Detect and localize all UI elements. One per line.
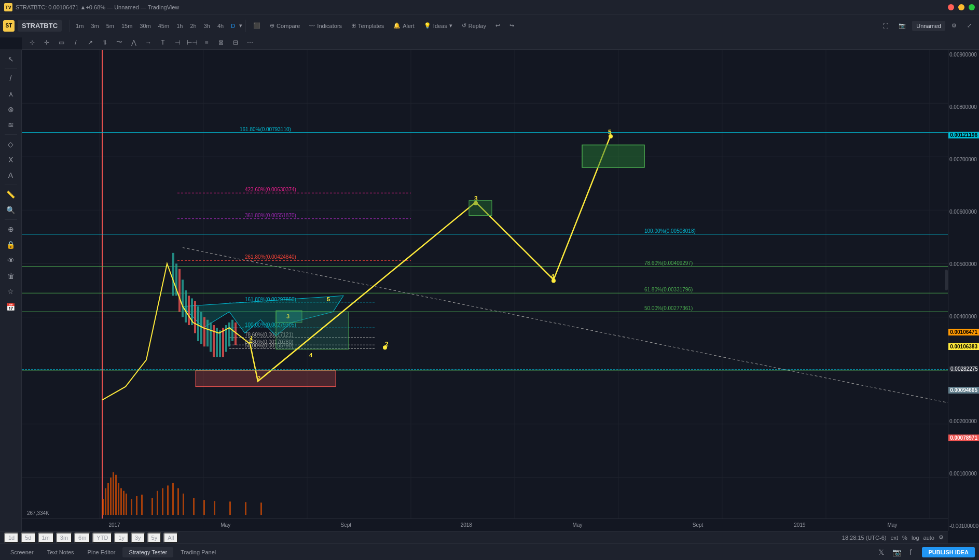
period-ytd[interactable]: YTD <box>92 533 112 543</box>
pitchfork-tool[interactable]: ⋏ <box>3 87 19 101</box>
tf-1h[interactable]: 1h <box>173 21 186 31</box>
xabcd-tool[interactable]: Ⅹ <box>3 152 19 167</box>
channel-tool[interactable]: ⥮ <box>99 37 111 48</box>
ray-tool[interactable]: ↗ <box>84 37 96 48</box>
tf-4h[interactable]: 4h <box>214 21 227 31</box>
svg-text:100.00%(0.00508018): 100.00%(0.00508018) <box>644 228 696 234</box>
period-5y[interactable]: 5y <box>147 533 162 543</box>
period-1m[interactable]: 1m <box>38 533 54 543</box>
twitter-icon[interactable]: 𝕏 <box>876 547 886 557</box>
unnamed-btn[interactable]: Unnamed <box>912 21 945 31</box>
svg-rect-54 <box>196 371 336 387</box>
tf-dropdown[interactable]: ▾ <box>239 22 242 29</box>
pointer-tool[interactable]: ↖ <box>3 52 19 66</box>
period-1y[interactable]: 1y <box>114 533 129 543</box>
gann-tool[interactable]: ⊗ <box>3 102 19 117</box>
replay-icon: ↺ <box>462 22 466 29</box>
log-toggle[interactable]: log <box>912 535 919 541</box>
tab-strategy-tester[interactable]: Strategy Tester <box>122 547 173 557</box>
eye-tool[interactable]: 👁 <box>3 253 19 268</box>
ideas-btn[interactable]: 💡 Ideas ▾ <box>420 20 457 31</box>
period-1d[interactable]: 1d <box>4 533 19 543</box>
snapshot-btn[interactable]: 📷 <box>894 20 910 31</box>
svg-rect-82 <box>157 491 158 515</box>
magnet-tool[interactable]: ⊕ <box>3 222 19 236</box>
tf-15m[interactable]: 15m <box>118 21 135 31</box>
window-controls[interactable] <box>948 4 975 10</box>
lock-tool[interactable]: 🔒 <box>3 237 19 252</box>
app-icon: TV <box>4 3 12 11</box>
tf-2h[interactable]: 2h <box>187 21 199 31</box>
pattern-tool[interactable]: ◇ <box>3 137 19 151</box>
annotation-tool[interactable]: A <box>3 168 19 183</box>
chart-type-btn[interactable]: ⬛ <box>249 20 265 31</box>
svg-rect-74 <box>118 483 119 515</box>
time-2017: 2017 <box>108 522 120 528</box>
candle-icon: ⬛ <box>253 22 260 29</box>
compare-btn[interactable]: ⊕ Compare <box>266 20 304 31</box>
line-draw-tool[interactable]: / <box>3 71 19 86</box>
tf-30m[interactable]: 30m <box>136 21 154 31</box>
tf-1m[interactable]: 1m <box>73 21 87 31</box>
alert-btn[interactable]: 🔔 Alert <box>389 20 419 31</box>
trash-tool[interactable]: 🗑 <box>3 269 19 283</box>
tf-3m[interactable]: 3m <box>88 21 102 31</box>
fullscreen-btn[interactable]: ⛶ <box>878 21 892 31</box>
tf-D[interactable]: D <box>228 21 238 31</box>
period-3m[interactable]: 3m <box>56 533 72 543</box>
period-5d[interactable]: 5d <box>21 533 35 543</box>
fib-tool[interactable]: ≋ <box>3 118 19 132</box>
tab-screener[interactable]: Screener <box>4 547 40 557</box>
zoom-tool[interactable]: 🔍 <box>3 203 19 217</box>
tf-3h[interactable]: 3h <box>201 21 213 31</box>
settings-gear-btn[interactable]: ⚙ <box>947 20 961 31</box>
pct-toggle[interactable]: % <box>902 535 907 541</box>
flag-tool[interactable]: ⊟ <box>229 37 242 48</box>
tab-text-notes[interactable]: Text Notes <box>41 547 80 557</box>
arrow-tool[interactable]: → <box>142 37 155 48</box>
close-btn[interactable] <box>948 4 954 10</box>
svg-rect-84 <box>167 485 169 515</box>
expand-btn[interactable]: ⤢ <box>963 20 976 31</box>
price-label-tool[interactable]: ⊣ <box>171 37 184 48</box>
calendar-tool[interactable]: 📅 <box>3 300 19 314</box>
instagram-icon[interactable]: 📷 <box>890 547 903 557</box>
chart-settings-icon[interactable]: ⚙ <box>939 534 944 541</box>
scroll-handle[interactable] <box>945 270 948 290</box>
maximize-btn[interactable] <box>969 4 975 10</box>
more-tools[interactable]: ⋯ <box>244 37 256 48</box>
period-all[interactable]: All <box>163 533 178 543</box>
svg-rect-80 <box>141 495 143 515</box>
brush-tool[interactable]: ⋀ <box>128 37 140 48</box>
period-3y[interactable]: 3y <box>131 533 145 543</box>
rectangle-tool[interactable]: ▭ <box>55 37 67 48</box>
tf-5m[interactable]: 5m <box>103 21 117 31</box>
symbol-selector[interactable]: STRATBTC <box>18 20 62 32</box>
indicators-btn[interactable]: 〰 Indicators <box>305 21 346 31</box>
watchlist-tool[interactable]: ☆ <box>3 284 19 299</box>
facebook-icon[interactable]: f <box>907 547 914 557</box>
tab-pine-editor[interactable]: Pine Editor <box>81 547 122 557</box>
tf-45m[interactable]: 45m <box>155 21 172 31</box>
parallel-tool[interactable]: ≡ <box>200 37 213 48</box>
redo-btn[interactable]: ↪ <box>505 20 518 31</box>
measure-ruler[interactable]: 📏 <box>3 187 19 202</box>
wave-tool[interactable]: 〜 <box>113 37 126 48</box>
tab-trading-panel[interactable]: Trading Panel <box>174 547 222 557</box>
crosshair-tool[interactable]: ✛ <box>40 37 53 48</box>
publish-idea-btn[interactable]: PUBLISH IDEA <box>922 547 975 557</box>
undo-btn[interactable]: ↩ <box>491 20 504 31</box>
measure-tool[interactable]: ⊢⊣ <box>186 37 198 48</box>
cursor-tool[interactable]: ⊹ <box>26 37 38 48</box>
auto-toggle[interactable]: auto <box>923 535 934 541</box>
replay-btn[interactable]: ↺ Replay <box>458 20 490 31</box>
line-tool[interactable]: / <box>70 37 82 48</box>
templates-btn[interactable]: ⊞ Templates <box>347 20 388 31</box>
minimize-btn[interactable] <box>958 4 964 10</box>
sep2 <box>245 20 246 32</box>
svg-text:423.60%(0.00630374): 423.60%(0.00630374) <box>245 187 296 192</box>
period-6m[interactable]: 6m <box>74 533 90 543</box>
svg-rect-75 <box>120 488 122 515</box>
text-tool[interactable]: T <box>157 37 169 48</box>
anchor-tool[interactable]: ⊠ <box>215 37 227 48</box>
